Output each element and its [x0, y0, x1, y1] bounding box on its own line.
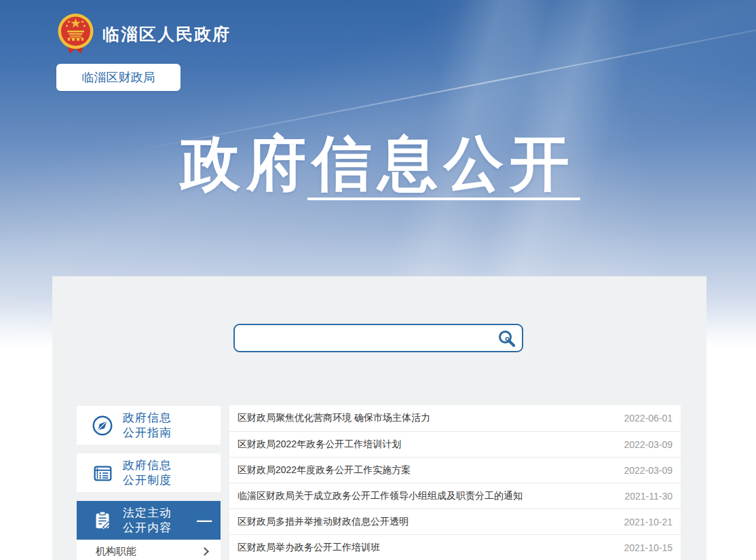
notebook-list-icon — [91, 462, 114, 485]
china-national-emblem-icon[interactable] — [57, 13, 94, 55]
page: 临淄区人民政府 临淄区财政局 政府信息公开 — [0, 0, 756, 560]
article-link[interactable]: 区财政局多措并举推动财政信息公开透明 — [238, 516, 409, 528]
list-item[interactable]: 区财政局2022年政务公开工作培训计划 2022-03-09 — [229, 431, 681, 457]
chevron-right-icon — [200, 547, 209, 556]
compass-icon — [91, 414, 114, 437]
sidebar-item-label: 政府信息 公开制度 — [123, 458, 172, 488]
list-item[interactable]: 区财政局多措并举推动财政信息公开透明 2021-10-21 — [229, 508, 681, 534]
article-link[interactable]: 区财政局2022年度政务公开工作实施方案 — [238, 464, 411, 477]
sidebar-item-disclosure-guide[interactable]: 政府信息 公开指南 — [77, 406, 221, 445]
article-list: 区财政局聚焦优化营商环境 确保市场主体活力 2022-06-01 区财政局202… — [229, 405, 681, 560]
search-button[interactable] — [491, 325, 522, 351]
article-link[interactable]: 区财政局聚焦优化营商环境 确保市场主体活力 — [238, 412, 430, 424]
page-title: 政府信息公开 — [0, 124, 756, 204]
article-date: 2021-11-30 — [624, 491, 673, 502]
submenu-label: 机构职能 — [96, 545, 136, 558]
sidebar: 政府信息 公开指南 政府信息 公开制度 — [77, 406, 221, 560]
site-title[interactable]: 临淄区人民政府 — [102, 23, 231, 45]
bureau-tab[interactable]: 临淄区财政局 — [56, 64, 181, 91]
article-date: 2021-10-21 — [624, 517, 673, 527]
list-item[interactable]: 临淄区财政局关于成立政务公开工作领导小组组成及职责分工的通知 2021-11-3… — [229, 483, 681, 508]
sidebar-item-mandatory-disclosure[interactable]: 法定主动 公开内容 — — [77, 501, 221, 540]
article-link[interactable]: 区财政局举办政务公开工作培训班 — [238, 542, 380, 554]
list-item[interactable]: 区财政局聚焦优化营商环境 确保市场主体活力 2022-06-01 — [229, 405, 681, 431]
title-underline — [307, 198, 580, 200]
search-box[interactable] — [233, 324, 523, 352]
article-date: 2022-06-01 — [624, 413, 673, 424]
article-date: 2022-03-09 — [624, 439, 673, 450]
list-item[interactable]: 区财政局2022年度政务公开工作实施方案 2022-03-09 — [229, 457, 681, 483]
sidebar-item-label: 法定主动 公开内容 — [123, 506, 172, 536]
list-item[interactable]: 区财政局举办政务公开工作培训班 2021-10-15 — [229, 534, 681, 560]
content-panel: 政府信息 公开指南 政府信息 公开制度 — [52, 276, 706, 560]
clipboard-pencil-icon — [91, 509, 114, 532]
article-date: 2021-10-15 — [624, 542, 673, 553]
collapse-minus-icon[interactable]: — — [197, 501, 212, 540]
search-input[interactable] — [235, 325, 491, 351]
article-date: 2022-03-09 — [624, 465, 673, 476]
article-link[interactable]: 临淄区财政局关于成立政务公开工作领导小组组成及职责分工的通知 — [238, 490, 523, 502]
sidebar-item-label: 政府信息 公开指南 — [123, 411, 172, 441]
magnifier-icon — [497, 329, 516, 348]
sidebar-item-disclosure-system[interactable]: 政府信息 公开制度 — [77, 453, 221, 492]
sidebar-subitem-org-functions[interactable]: 机构职能 — [77, 540, 221, 560]
article-link[interactable]: 区财政局2022年政务公开工作培训计划 — [238, 438, 401, 451]
